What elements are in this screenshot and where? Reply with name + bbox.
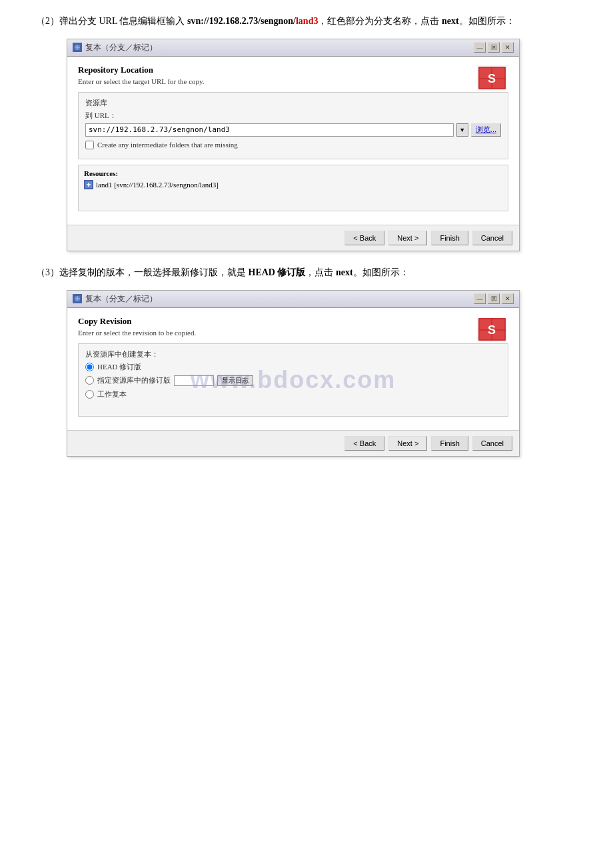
dialog1-cancel-btn[interactable]: Cancel — [472, 231, 512, 245]
dialog1-checkbox-row: Create any intermediate folders that are… — [85, 141, 501, 149]
dialog2-minimize-btn[interactable]: — — [474, 293, 486, 304]
dialog1-header: Repository Location Enter or select the … — [78, 65, 205, 85]
dialog1-resources: Resources: land1 [svn://192.168.2.73/sen… — [78, 165, 508, 211]
dialog2-header: Copy Revision Enter or select the revisi… — [78, 316, 196, 337]
dialog2-radio-group: HEAD 修订版 指定资源库中的修订版 显示日志 工作复本 — [85, 362, 501, 399]
dialog2-form-section: www.bdocx.com 从资源库中创建复本： HEAD 修订版 指定资源库中… — [78, 343, 508, 417]
dialog2-header-title: Copy Revision — [78, 316, 196, 327]
dialog2-icon — [73, 294, 82, 303]
dialog1-checkbox-label: Create any intermediate folders that are… — [97, 141, 238, 149]
dialog2-svn-logo: S — [475, 316, 508, 343]
dialog1-controls: — 回 ✕ — [474, 42, 514, 53]
dialog2-radio3-row: 工作复本 — [85, 389, 501, 399]
dialog2-radio2-row: 指定资源库中的修订版 显示日志 — [85, 375, 501, 386]
dialog2-section-label: 从资源库中创建复本： — [85, 349, 501, 359]
dialog2-controls: — 回 ✕ — [474, 293, 514, 304]
dialog1-url-row: ▼ 浏览... — [85, 123, 501, 137]
dialog1-restore-btn[interactable]: 回 — [488, 42, 500, 53]
dialog1-resource-icon — [84, 180, 93, 189]
dialog1-footer: < Back Next > Finish Cancel — [67, 225, 519, 251]
dialog2-revision-input[interactable] — [174, 375, 214, 386]
dialog1-header-desc: Enter or select the target URL for the c… — [78, 77, 205, 85]
dialog2-restore-btn[interactable]: 回 — [488, 293, 500, 304]
dialog2-finish-btn[interactable]: Finish — [431, 436, 468, 451]
dialog2-radio1-row: HEAD 修订版 — [85, 362, 501, 372]
dialog1-close-btn[interactable]: ✕ — [502, 42, 514, 53]
dialog2-radio1-label: HEAD 修订版 — [97, 362, 141, 372]
dialog1-checkbox[interactable] — [85, 141, 94, 149]
dialog2-cancel-btn[interactable]: Cancel — [472, 436, 512, 451]
section3-description: （3）选择复制的版本，一般选择最新修订版，就是 HEAD 修订版，点击 next… — [27, 265, 586, 281]
dialog1-minimize-btn[interactable]: — — [474, 42, 486, 53]
dialog1-back-btn[interactable]: < Back — [344, 231, 384, 245]
dialog1-url-label-row: 到 URL： — [85, 111, 501, 121]
dialog2-radio1[interactable] — [85, 363, 94, 371]
dialog2-title-text: 复本（分支／标记） — [85, 293, 157, 305]
dialog2: 复本（分支／标记） — 回 ✕ Copy Revision Enter or s… — [67, 290, 520, 457]
svg-text:S: S — [487, 72, 495, 85]
dialog1-header-title: Repository Location — [78, 65, 205, 75]
dialog1-resource-text: land1 [svn://192.168.2.73/sengnon/land3] — [96, 181, 219, 189]
dialog1-url-input[interactable] — [85, 123, 454, 137]
dialog1-titlebar: 复本（分支／标记） — 回 ✕ — [67, 39, 519, 57]
dialog2-radio2-label: 指定资源库中的修订版 — [97, 375, 171, 385]
dialog1-form-section: 资源库 到 URL： ▼ 浏览... Create any intermedia… — [78, 92, 508, 159]
dialog1-content: Repository Location Enter or select the … — [67, 57, 519, 225]
dialog1-url-dropdown[interactable]: ▼ — [456, 123, 468, 137]
dialog2-showlog-btn[interactable]: 显示日志 — [217, 375, 253, 386]
dialog2-back-btn[interactable]: < Back — [344, 436, 384, 451]
dialog1-repo-label: 资源库 — [85, 98, 501, 108]
dialog2-footer: < Back Next > Finish Cancel — [67, 430, 519, 456]
dialog2-title-left: 复本（分支／标记） — [73, 293, 157, 305]
dialog1-browse-btn[interactable]: 浏览... — [471, 123, 501, 137]
dialog1-finish-btn[interactable]: Finish — [431, 231, 468, 245]
dialog1-title-text: 复本（分支／标记） — [85, 42, 157, 53]
dialog2-titlebar: 复本（分支／标记） — 回 ✕ — [67, 291, 519, 308]
dialog2-next-btn[interactable]: Next > — [388, 436, 427, 451]
dialog1-next-btn[interactable]: Next > — [388, 231, 427, 245]
dialog2-radio3[interactable] — [85, 390, 94, 399]
dialog1-svn-logo: S — [475, 65, 508, 91]
dialog2-header-row: Copy Revision Enter or select the revisi… — [78, 316, 508, 343]
dialog1-header-row: Repository Location Enter or select the … — [78, 65, 508, 92]
dialog2-radio3-label: 工作复本 — [97, 389, 127, 399]
dialog2-header-desc: Enter or select the revision to be copie… — [78, 329, 196, 337]
dialog1-resources-label: Resources: — [84, 169, 502, 177]
dialog1-url-label: 到 URL： — [85, 111, 119, 121]
dialog1-resource-item: land1 [svn://192.168.2.73/sengnon/land3] — [84, 180, 502, 189]
dialog2-radio2[interactable] — [85, 376, 94, 385]
section2-description: （2）弹出分支 URL 信息编辑框输入 svn://192.168.2.73/s… — [27, 13, 586, 29]
dialog2-close-btn[interactable]: ✕ — [502, 293, 514, 304]
svg-text:S: S — [487, 323, 495, 337]
dialog2-content: Copy Revision Enter or select the revisi… — [67, 308, 519, 430]
dialog1: 复本（分支／标记） — 回 ✕ Repository Location Ente… — [67, 39, 520, 251]
dialog1-icon — [73, 43, 82, 52]
dialog1-title-left: 复本（分支／标记） — [73, 42, 157, 53]
